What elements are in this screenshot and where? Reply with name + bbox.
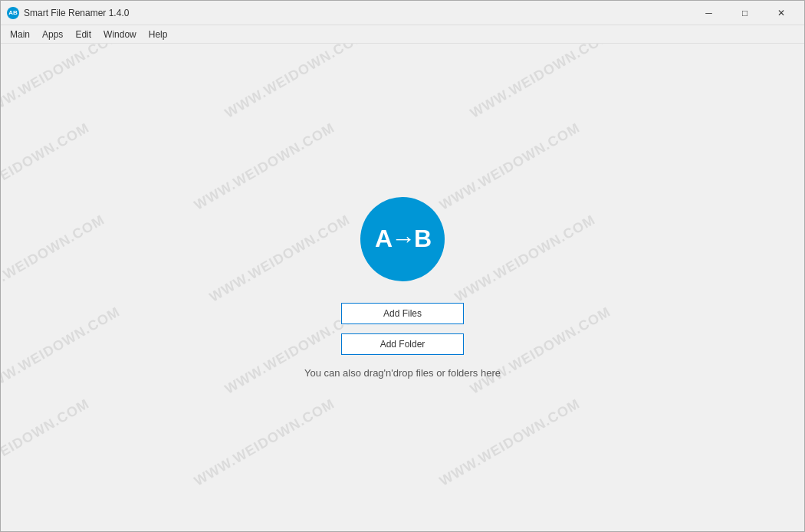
watermark-2: WWW.WEIDOWN.COM xyxy=(222,44,369,122)
add-folder-button[interactable]: Add Folder xyxy=(341,333,464,355)
app-logo: A→B xyxy=(360,197,445,281)
app-logo-text: A→B xyxy=(375,225,430,253)
menu-item-edit[interactable]: Edit xyxy=(69,25,97,44)
app-icon-letters: AB xyxy=(8,9,18,16)
menu-item-help[interactable]: Help xyxy=(143,25,174,44)
close-button[interactable]: ✕ xyxy=(764,1,798,25)
maximize-button[interactable]: □ xyxy=(728,1,762,25)
menu-bar: Main Apps Edit Window Help xyxy=(1,25,804,44)
minimize-button[interactable]: ─ xyxy=(692,1,726,25)
main-content: WWW.WEIDOWN.COM WWW.WEIDOWN.COM WWW.WEID… xyxy=(1,44,804,531)
watermark-14: WWW.WEIDOWN.COM xyxy=(192,396,338,489)
menu-item-apps[interactable]: Apps xyxy=(36,25,69,44)
main-window: AB Smart File Renamer 1.4.0 ─ □ ✕ Main A… xyxy=(0,0,805,532)
window-title: Smart File Renamer 1.4.0 xyxy=(24,8,129,18)
title-bar: AB Smart File Renamer 1.4.0 ─ □ ✕ xyxy=(1,1,804,25)
drag-hint: You can also drag'n'drop files or folder… xyxy=(304,367,501,379)
watermark-3: WWW.WEIDOWN.COM xyxy=(468,44,614,122)
title-bar-left: AB Smart File Renamer 1.4.0 xyxy=(7,7,129,19)
watermark-10: WWW.WEIDOWN.COM xyxy=(1,304,123,397)
watermark-4: WWW.WEIDOWN.COM xyxy=(1,120,92,213)
app-icon: AB xyxy=(7,7,19,19)
watermark-15: WWW.WEIDOWN.COM xyxy=(437,396,583,489)
watermark-13: WWW.WEIDOWN.COM xyxy=(1,396,92,489)
menu-item-window[interactable]: Window xyxy=(97,25,143,44)
watermark-7: WWW.WEIDOWN.COM xyxy=(1,212,107,305)
title-bar-controls: ─ □ ✕ xyxy=(692,1,798,25)
add-files-button[interactable]: Add Files xyxy=(341,303,464,324)
center-content: A→B Add Files Add Folder You can also dr… xyxy=(304,197,501,379)
watermark-1: WWW.WEIDOWN.COM xyxy=(1,44,123,122)
menu-item-main[interactable]: Main xyxy=(4,25,36,44)
